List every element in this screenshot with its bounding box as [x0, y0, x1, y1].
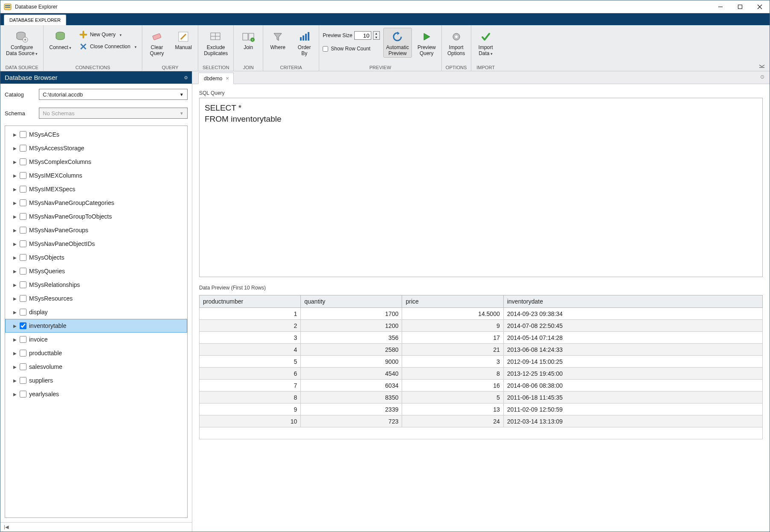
table-tree-item[interactable]: ▶invoice — [5, 333, 187, 346]
preview-query-button[interactable]: Preview Query — [414, 28, 439, 58]
expand-icon[interactable]: ▶ — [13, 173, 17, 178]
table-cell[interactable]: 10 — [200, 415, 301, 427]
table-tree-item[interactable]: ▶MSysObjects — [5, 251, 187, 264]
table-tree-item[interactable]: ▶MSysNavPaneGroupCategories — [5, 196, 187, 210]
table-cell[interactable]: 1700 — [301, 308, 402, 320]
table-checkbox[interactable] — [20, 309, 26, 316]
column-header[interactable]: quantity — [301, 295, 402, 308]
expand-icon[interactable]: ▶ — [13, 324, 17, 328]
table-row[interactable]: 1170014.50002014-09-23 09:38:34 — [200, 308, 763, 320]
import-options-button[interactable]: Import Options — [444, 28, 468, 58]
table-cell[interactable]: 9000 — [301, 356, 402, 368]
column-header[interactable]: productnumber — [200, 295, 301, 308]
table-cell[interactable]: 1200 — [301, 320, 402, 332]
table-row[interactable]: 6454082013-12-25 19:45:00 — [200, 368, 763, 380]
table-row[interactable]: 3356172014-05-14 07:14:28 — [200, 332, 763, 344]
table-cell[interactable]: 14.5000 — [402, 308, 503, 320]
import-data-button[interactable]: Import Data — [474, 28, 498, 58]
table-checkbox[interactable] — [20, 295, 26, 302]
expand-icon[interactable]: ▶ — [13, 283, 17, 287]
order-by-button[interactable]: Order By — [292, 28, 316, 58]
table-cell[interactable]: 3 — [200, 332, 301, 344]
table-row[interactable]: 42580212013-06-08 14:24:33 — [200, 344, 763, 356]
table-checkbox[interactable] — [20, 377, 26, 384]
table-tree-item[interactable]: ▶MSysIMEXSpecs — [5, 182, 187, 196]
expand-icon[interactable]: ▶ — [13, 365, 17, 369]
footer-nav-icon[interactable]: |◀ — [4, 524, 9, 530]
table-tree-item[interactable]: ▶yearlysales — [5, 387, 187, 401]
connect-button[interactable]: Connect — [46, 28, 74, 52]
table-cell[interactable]: 2014-07-08 22:50:45 — [503, 320, 762, 332]
table-tree-item[interactable]: ▶MSysComplexColumns — [5, 155, 187, 169]
table-checkbox[interactable] — [20, 213, 26, 220]
expand-icon[interactable]: ▶ — [13, 146, 17, 151]
table-checkbox[interactable] — [20, 322, 26, 329]
table-cell[interactable]: 2013-06-08 14:24:33 — [503, 344, 762, 356]
table-tree[interactable]: ▶MSysACEs▶MSysAccessStorage▶MSysComplexC… — [5, 126, 188, 518]
new-query-button[interactable]: New Query — [77, 29, 139, 40]
document-options-icon[interactable]: ⊙ — [760, 74, 764, 80]
table-tree-item[interactable]: ▶MSysNavPaneGroups — [5, 223, 187, 237]
table-tree-item[interactable]: ▶MSysResources — [5, 292, 187, 305]
table-cell[interactable]: 2011-06-18 11:45:35 — [503, 392, 762, 403]
expand-icon[interactable]: ▶ — [13, 228, 17, 233]
expand-icon[interactable]: ▶ — [13, 242, 17, 246]
expand-icon[interactable]: ▶ — [13, 378, 17, 383]
table-cell[interactable]: 5 — [200, 356, 301, 368]
table-checkbox[interactable] — [20, 227, 26, 234]
table-checkbox[interactable] — [20, 186, 26, 193]
table-tree-item[interactable]: ▶suppliers — [5, 374, 187, 387]
preview-size-spinner[interactable]: ▲▼ — [373, 31, 380, 40]
table-cell[interactable]: 2014-05-14 07:14:28 — [503, 332, 762, 344]
column-header[interactable]: price — [402, 295, 503, 308]
table-cell[interactable]: 9 — [200, 403, 301, 415]
table-checkbox[interactable] — [20, 336, 26, 343]
column-header[interactable]: inventorydate — [503, 295, 762, 308]
table-cell[interactable]: 3 — [402, 356, 503, 368]
close-button[interactable] — [750, 0, 770, 13]
table-tree-item[interactable]: ▶inventorytable — [5, 319, 187, 333]
sql-editor[interactable]: SELECT * FROM inventorytable — [199, 98, 763, 277]
collapse-ribbon-button[interactable] — [758, 64, 765, 68]
table-cell[interactable]: 13 — [402, 403, 503, 415]
panel-collapse-icon[interactable]: ⊙ — [184, 75, 188, 80]
show-row-count-checkbox[interactable] — [323, 46, 328, 52]
table-cell[interactable]: 8350 — [301, 392, 402, 403]
table-row[interactable]: 8835052011-06-18 11:45:35 — [200, 392, 763, 403]
table-cell[interactable]: 356 — [301, 332, 402, 344]
table-cell[interactable]: 2 — [200, 320, 301, 332]
table-checkbox[interactable] — [20, 240, 26, 247]
table-checkbox[interactable] — [20, 363, 26, 370]
table-cell[interactable]: 2012-09-14 15:00:25 — [503, 356, 762, 368]
table-cell[interactable]: 5 — [402, 392, 503, 403]
table-cell[interactable]: 2013-12-25 19:45:00 — [503, 368, 762, 380]
table-cell[interactable]: 16 — [402, 380, 503, 392]
exclude-duplicates-button[interactable]: Exclude Duplicates — [201, 28, 231, 58]
table-checkbox[interactable] — [20, 254, 26, 261]
table-cell[interactable]: 17 — [402, 332, 503, 344]
table-checkbox[interactable] — [20, 281, 26, 288]
table-cell[interactable]: 7 — [200, 380, 301, 392]
expand-icon[interactable]: ▶ — [13, 132, 17, 137]
table-checkbox[interactable] — [20, 172, 26, 179]
expand-icon[interactable]: ▶ — [13, 296, 17, 301]
table-checkbox[interactable] — [20, 199, 26, 206]
table-cell[interactable]: 6 — [200, 368, 301, 380]
expand-icon[interactable]: ▶ — [13, 214, 17, 219]
table-row[interactable]: 92339132011-02-09 12:50:59 — [200, 403, 763, 415]
close-connection-button[interactable]: Close Connection — [77, 41, 139, 52]
table-checkbox[interactable] — [20, 268, 26, 275]
clear-query-button[interactable]: Clear Query — [145, 28, 169, 58]
table-cell[interactable]: 2339 — [301, 403, 402, 415]
table-tree-item[interactable]: ▶salesvolume — [5, 360, 187, 374]
table-checkbox[interactable] — [20, 350, 26, 357]
app-tab-database-explorer[interactable]: DATABASE EXPLORER — [4, 15, 66, 25]
minimize-button[interactable] — [711, 0, 730, 13]
expand-icon[interactable]: ▶ — [13, 187, 17, 192]
table-cell[interactable]: 9 — [402, 320, 503, 332]
table-tree-item[interactable]: ▶MSysIMEXColumns — [5, 169, 187, 182]
document-tab-dbdemo[interactable]: dbdemo × — [198, 73, 234, 84]
table-cell[interactable]: 2014-08-06 08:38:00 — [503, 380, 762, 392]
table-cell[interactable]: 2011-02-09 12:50:59 — [503, 403, 762, 415]
table-row[interactable]: 76034162014-08-06 08:38:00 — [200, 380, 763, 392]
